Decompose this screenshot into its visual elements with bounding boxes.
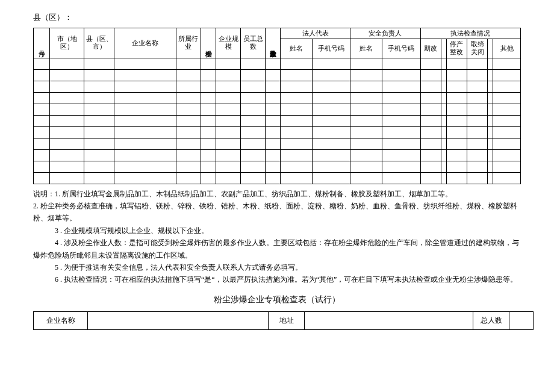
- table-row: [34, 92, 521, 104]
- note-6: 6 . 执法检查情况：可在相应的执法措施下填写“是“，以最严厉执法措施为准。若为…: [33, 273, 521, 285]
- header-phone-1: 手机号码: [312, 39, 350, 58]
- bottom-inspection-table: 企业名称 地址 总人数: [33, 311, 534, 330]
- bottom-table-title: 粉尘涉爆企业专项检查表（试行）: [33, 294, 521, 305]
- header-dust-type: 粉尘种类: [201, 28, 216, 58]
- header-county: 县（区、市）: [84, 28, 114, 58]
- header-deadline: 期改: [420, 39, 441, 58]
- header-gap-2: [488, 39, 493, 58]
- table-body: [34, 58, 521, 184]
- table-row: [34, 172, 521, 184]
- note-4: 4 . 涉及粉尘作业人数：是指可能受到粉尘爆炸伤害的最多作业人数。主要区域包括：…: [33, 237, 521, 261]
- header-inspection: 执法检查情况: [420, 28, 520, 39]
- header-scale: 企业规模: [216, 28, 241, 58]
- header-name-2: 姓名: [350, 39, 382, 58]
- table-row: [34, 58, 521, 69]
- header-phone-2: 手机号码: [382, 39, 420, 58]
- header-dust-workers: 涉及粉尘作业人数: [266, 28, 281, 58]
- header-other: 其他: [493, 39, 521, 58]
- header-gap-1: [441, 39, 446, 58]
- header-legal-rep: 法人代表: [281, 28, 350, 39]
- note-1: 说明：1. 所属行业填写金属制品加工、木制品纸制品加工、农副产品加工、纺织品加工…: [33, 188, 521, 200]
- main-inspection-table: 序号 市（地区） 县（区、市） 企业名称 所属行业 粉尘种类 企业规模 员工总数…: [33, 28, 521, 184]
- table-row: [34, 126, 521, 138]
- note-3: 3 . 企业规模填写规模以上企业、规模以下企业。: [33, 225, 521, 237]
- bottom-header-total: 总人数: [473, 311, 509, 329]
- table-row: [34, 69, 521, 81]
- table-row: [34, 149, 521, 161]
- note-5: 5 . 为便于推送有关安全信息，法人代表和安全负责人联系人方式请务必填写。: [33, 261, 521, 273]
- table-row: [34, 104, 521, 115]
- bottom-cell-total: [509, 311, 534, 329]
- table-row: [34, 81, 521, 92]
- bottom-cell-address: [305, 311, 473, 329]
- header-employees: 员工总数: [241, 28, 266, 58]
- notes-section: 说明：1. 所属行业填写金属制品加工、木制品纸制品加工、农副产品加工、纺织品加工…: [33, 188, 521, 286]
- header-suspend: 停产整改: [446, 39, 467, 58]
- bottom-cell-company: [88, 311, 269, 329]
- table-row: [34, 138, 521, 149]
- header-name-1: 姓名: [281, 39, 312, 58]
- header-company: 企业名称: [114, 28, 176, 58]
- header-ban: 取缔关闭: [467, 39, 488, 58]
- header-industry: 所属行业: [176, 28, 201, 58]
- note-2: 2. 粉尘种类务必核查准确，填写铝粉、镁粉、锌粉、铁粉、锆粉、木粉、纸粉、面粉、…: [33, 200, 521, 225]
- header-city: 市（地区）: [50, 28, 84, 58]
- bottom-header-company: 企业名称: [34, 311, 88, 329]
- bottom-header-address: 地址: [269, 311, 305, 329]
- district-label: 县（区）：: [33, 12, 521, 23]
- table-row: [34, 161, 521, 172]
- header-seq: 序号: [34, 28, 50, 58]
- table-row: [34, 115, 521, 126]
- header-safety-officer: 安全负责人: [350, 28, 420, 39]
